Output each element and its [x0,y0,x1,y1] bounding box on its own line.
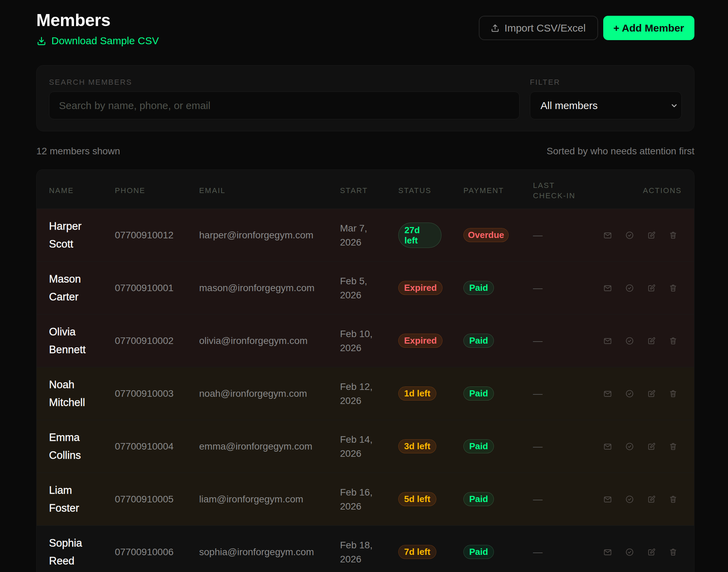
column-header-email: EMAIL [199,186,340,196]
sort-note: Sorted by who needs attention first [547,146,694,157]
member-name: Sophia Reed [49,534,115,570]
topbar: Members Download Sample CSV Import CSV/E… [36,12,694,47]
table-body: Harper Scott 07700910012 harper@ironforg… [37,208,694,572]
check-in-icon[interactable] [625,231,634,240]
row-actions [603,231,682,240]
table-row: Mason Carter 07700910001 mason@ironforge… [37,261,694,314]
delete-icon[interactable] [669,548,678,557]
search-filter-card: SEARCH MEMBERS FILTER All members [36,65,694,131]
edit-icon[interactable] [647,495,656,504]
email-icon[interactable] [603,495,612,504]
member-name: Noah Mitchell [49,376,115,412]
delete-icon[interactable] [669,231,678,240]
status-badge: 1d left [398,386,436,401]
edit-icon[interactable] [647,442,656,451]
member-start-date: Feb 16, 2026 [340,485,398,513]
email-icon[interactable] [603,231,612,240]
email-icon[interactable] [603,389,612,398]
delete-icon[interactable] [669,442,678,451]
row-actions [603,495,682,504]
table-row: Harper Scott 07700910012 harper@ironforg… [37,208,694,261]
edit-icon[interactable] [647,548,656,557]
member-status-cell: Expired [398,334,463,348]
download-sample-csv-link[interactable]: Download Sample CSV [36,35,159,47]
payment-badge: Paid [463,545,494,559]
check-in-icon[interactable] [625,389,634,398]
member-status-cell: 1d left [398,386,463,401]
edit-icon[interactable] [647,231,656,240]
check-in-icon[interactable] [625,336,634,345]
member-start-date: Feb 5, 2026 [340,274,398,302]
row-actions [603,336,682,345]
delete-icon[interactable] [669,284,678,293]
email-icon[interactable] [603,442,612,451]
add-member-label: + Add Member [614,22,684,34]
check-in-icon[interactable] [625,495,634,504]
member-last-checkin: — [533,335,603,346]
member-status-cell: 3d left [398,439,463,453]
member-last-checkin: — [533,388,603,399]
member-name: Harper Scott [49,217,115,253]
check-in-icon[interactable] [625,548,634,557]
search-input[interactable] [49,92,520,119]
email-icon[interactable] [603,284,612,293]
member-payment-cell: Paid [463,334,533,348]
edit-icon[interactable] [647,284,656,293]
chevron-down-icon [670,101,679,110]
member-last-checkin: — [533,283,603,294]
member-status-cell: Expired [398,281,463,295]
check-in-icon[interactable] [625,442,634,451]
member-email: liam@ironforgegym.com [199,494,340,505]
status-badge: 3d left [398,439,436,453]
member-email: emma@ironforgegym.com [199,441,340,452]
table-header-row: NAMEPHONEEMAILSTARTSTATUSPAYMENTLAST CHE… [37,170,694,208]
member-payment-cell: Paid [463,386,533,401]
search-section: SEARCH MEMBERS [49,78,520,119]
member-start-date: Feb 14, 2026 [340,432,398,461]
members-table: NAMEPHONEEMAILSTARTSTATUSPAYMENTLAST CHE… [36,169,694,572]
add-member-button[interactable]: + Add Member [603,16,694,40]
member-start-date: Feb 10, 2026 [340,327,398,355]
member-email: olivia@ironforgegym.com [199,335,340,346]
member-last-checkin: — [533,441,603,452]
member-payment-cell: Paid [463,545,533,559]
member-status-cell: 27d left [398,223,463,248]
edit-icon[interactable] [647,389,656,398]
row-actions [603,284,682,293]
email-icon[interactable] [603,548,612,557]
member-phone: 07700910003 [115,388,199,399]
payment-badge: Paid [463,334,494,348]
column-header-status: STATUS [398,186,463,196]
import-csv-button[interactable]: Import CSV/Excel [479,16,598,40]
row-actions [603,389,682,398]
payment-badge: Paid [463,386,494,401]
row-actions [603,442,682,451]
table-row: Emma Collins 07700910004 emma@ironforgeg… [37,420,694,473]
member-phone: 07700910002 [115,335,199,346]
filter-select[interactable]: All members [530,92,682,119]
members-count: 12 members shown [36,146,120,157]
topbar-left: Members Download Sample CSV [36,12,159,47]
import-button-label: Import CSV/Excel [505,22,586,34]
status-badge: 27d left [398,223,441,248]
check-in-icon[interactable] [625,284,634,293]
member-payment-cell: Paid [463,439,533,453]
page-title: Members [36,12,159,29]
member-status-cell: 5d left [398,492,463,506]
filter-section: FILTER All members [530,78,682,119]
delete-icon[interactable] [669,389,678,398]
column-header-phone: PHONE [115,186,199,196]
edit-icon[interactable] [647,336,656,345]
table-row: Noah Mitchell 07700910003 noah@ironforge… [37,367,694,420]
member-name: Olivia Bennett [49,323,115,359]
status-badge: 7d left [398,545,436,559]
row-actions [603,548,682,557]
email-icon[interactable] [603,336,612,345]
payment-badge: Overdue [463,228,509,242]
delete-icon[interactable] [669,336,678,345]
table-row: Sophia Reed 07700910006 sophia@ironforge… [37,525,694,572]
table-row: Liam Foster 07700910005 liam@ironforgegy… [37,473,694,525]
member-payment-cell: Overdue [463,228,533,242]
delete-icon[interactable] [669,495,678,504]
column-header-actions: ACTIONS [603,186,682,196]
